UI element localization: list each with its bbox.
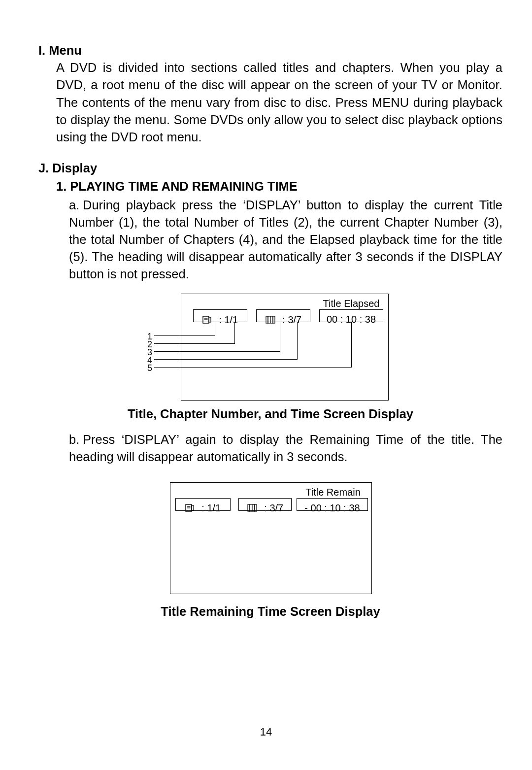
osd2-chapter-cell: : 3/7	[238, 498, 292, 511]
section-j-heading: J. Display	[38, 160, 502, 177]
title-icon	[185, 504, 195, 512]
section-i-body: A DVD is divided into sections called ti…	[56, 59, 502, 146]
callout-h2	[154, 343, 235, 344]
item-a-text: During playback press the ‘DISPLAY’ butt…	[69, 198, 502, 281]
callout-v3	[280, 322, 280, 352]
figure-2-caption: Title Remaining Time Screen Display	[38, 603, 502, 620]
callout-v1	[215, 322, 215, 336]
osd-screen-1: Title Elapsed : 1/1 : 3/7 00 : 10 : 38	[181, 294, 389, 401]
item-b-text: Press ‘DISPLAY’ again to display the Rem…	[69, 433, 502, 464]
item-a-prefix: a.	[69, 197, 83, 214]
osd2-title-ratio: : 1/1	[199, 502, 221, 513]
section-j1-heading: 1. PLAYING TIME AND REMAINING TIME	[56, 178, 502, 195]
item-a: a.During playback press the ‘DISPLAY’ bu…	[69, 197, 502, 283]
manual-page: I. Menu A DVD is divided into sections c…	[0, 0, 532, 770]
callout-h5	[154, 367, 352, 368]
chapter-icon	[247, 504, 258, 512]
osd1-chapter-cell: : 3/7	[256, 309, 310, 322]
item-b: b.Press ‘DISPLAY’ again to display the R…	[69, 431, 502, 466]
osd2-chapter-ratio: : 3/7	[262, 502, 283, 513]
osd1-chapter-ratio: : 3/7	[280, 314, 301, 325]
callout-h1	[154, 335, 215, 336]
section-i-heading: I. Menu	[38, 42, 502, 59]
callout-5: 5	[142, 362, 152, 374]
item-b-prefix: b.	[69, 431, 83, 448]
callout-v4	[297, 322, 298, 360]
osd2-title-cell: : 1/1	[175, 498, 231, 511]
figure-2: Title Remain : 1/1 : 3/7 - 00 : 10 : 38	[170, 482, 371, 594]
page-number: 14	[0, 725, 532, 739]
osd2-top-label: Title Remain	[299, 486, 367, 500]
title-icon	[202, 316, 212, 324]
svg-rect-12	[248, 504, 250, 511]
figure-1: Title Elapsed : 1/1 : 3/7 00 : 10 : 38	[152, 294, 389, 401]
callout-v5	[351, 322, 352, 368]
osd1-top-label: Title Elapsed	[319, 297, 383, 311]
callout-h4	[154, 359, 298, 360]
callout-h3	[154, 351, 280, 352]
callout-v2	[234, 322, 235, 344]
chapter-icon	[265, 316, 276, 324]
osd-screen-2: Title Remain : 1/1 : 3/7 - 00 : 10 : 38	[170, 482, 372, 594]
osd2-time: - 00 : 10 : 38	[304, 502, 360, 513]
svg-rect-15	[255, 504, 257, 511]
osd1-title-cell: : 1/1	[193, 309, 247, 322]
osd1-time-cell: 00 : 10 : 38	[319, 309, 383, 322]
osd2-time-cell: - 00 : 10 : 38	[297, 498, 368, 511]
figure-1-caption: Title, Chapter Number, and Time Screen D…	[38, 405, 502, 423]
svg-rect-7	[273, 316, 275, 323]
